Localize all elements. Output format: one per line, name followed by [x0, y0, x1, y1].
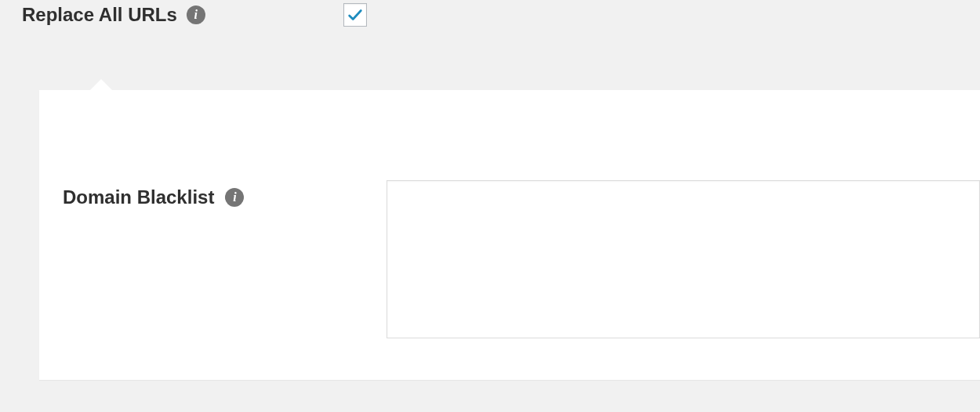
replace-all-urls-label: Replace All URLs: [22, 4, 177, 26]
domain-blacklist-label-col: Domain Blacklist i: [63, 180, 387, 208]
replace-all-urls-row: Replace All URLs i: [0, 0, 980, 27]
panel-pointer: [89, 79, 114, 92]
replace-all-urls-checkbox[interactable]: [343, 3, 367, 27]
info-icon[interactable]: i: [225, 188, 244, 207]
domain-blacklist-row: Domain Blacklist i: [39, 90, 980, 338]
domain-blacklist-control: [387, 180, 980, 338]
replace-all-urls-control: [343, 3, 367, 27]
domain-blacklist-label: Domain Blacklist: [63, 186, 214, 208]
domain-blacklist-textarea[interactable]: [387, 180, 980, 338]
replace-all-urls-label-col: Replace All URLs i: [22, 4, 343, 26]
settings-panel-wrapper: Domain Blacklist i: [39, 90, 980, 380]
settings-panel: Domain Blacklist i: [39, 90, 980, 380]
info-icon[interactable]: i: [187, 5, 205, 24]
check-icon: [347, 6, 364, 23]
